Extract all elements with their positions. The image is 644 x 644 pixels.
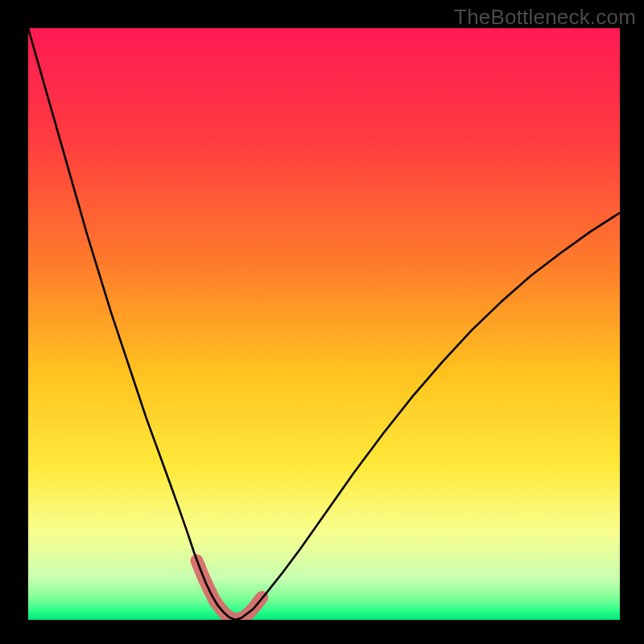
plot-area xyxy=(28,28,620,620)
chart-frame: TheBottleneck.com xyxy=(0,0,644,644)
chart-svg xyxy=(28,28,620,620)
gradient-background xyxy=(28,28,620,620)
watermark-text: TheBottleneck.com xyxy=(454,5,636,30)
